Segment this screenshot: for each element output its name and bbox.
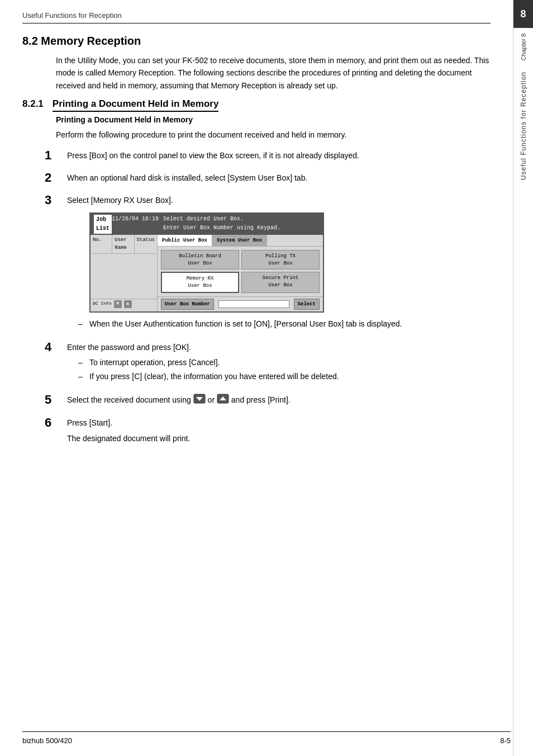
step-3-content: Select [Memory RX User Box]. JobList 11/… xyxy=(67,193,491,332)
step-1-content: Press [Box] on the control panel to view… xyxy=(67,148,491,162)
section-8-2-1-number: 8.2.1 xyxy=(22,98,44,109)
main-content: Useful Functions for Reception 8.2 Memor… xyxy=(0,0,513,475)
footer-left: bizhub 500/420 xyxy=(22,736,72,745)
up-arrow-icon xyxy=(217,394,229,407)
up-arrow-btn[interactable]: ▲ xyxy=(124,300,132,308)
step-3: 3 Select [Memory RX User Box]. JobList 1… xyxy=(45,193,491,332)
polling-tx-box[interactable]: Polling TXUser Box xyxy=(241,250,320,270)
subheading-printing: Printing a Document Held in Memory xyxy=(56,115,491,124)
down-arrow-btn[interactable]: ▼ xyxy=(114,300,122,308)
screen-message-1: Select desired User Box. xyxy=(163,215,320,224)
step-6-text: Press [Start]. xyxy=(67,417,491,429)
chapter-label: Chapter 8 xyxy=(520,34,527,60)
screen-message-area-inline: Select desired User Box. Enter User Box … xyxy=(159,215,320,234)
step-6-number: 6 xyxy=(45,415,67,430)
step-4-text: Enter the password and press [OK]. xyxy=(67,341,491,353)
bullet-text: When the User Authentication function is… xyxy=(89,318,402,330)
memory-rx-box[interactable]: Memory RXUser Box xyxy=(161,272,239,292)
step-6-content: Press [Start]. The designated document w… xyxy=(67,415,491,445)
screen-image: JobList 11/26/04 16:19 Select desired Us… xyxy=(89,212,324,313)
col-user-name: User Name xyxy=(112,235,134,253)
intro-text: Perform the following procedure to print… xyxy=(56,129,491,141)
step-5-number: 5 xyxy=(45,393,67,407)
screen-tabs: Public User Box System User Box xyxy=(158,235,323,247)
user-box-input[interactable] xyxy=(218,300,289,308)
step-6: 6 Press [Start]. The designated document… xyxy=(45,415,491,445)
step-4-number: 4 xyxy=(45,340,67,355)
step-5-content: Select the received document using or xyxy=(67,393,491,407)
steps-container: 1 Press [Box] on the control panel to vi… xyxy=(45,148,491,445)
step-4-bullet-2: – If you press [C] (clear), the informat… xyxy=(78,371,491,382)
step-4: 4 Enter the password and press [OK]. – T… xyxy=(45,340,491,385)
step-2-content: When an optional hard disk is installed,… xyxy=(67,171,491,184)
user-box-number-btn[interactable]: User Box Number xyxy=(161,299,214,310)
screen-body: No. User Name Status DC Info ▼ ▲ xyxy=(91,235,323,311)
col-no: No. xyxy=(91,235,112,253)
screen-col-headers: No. User Name Status xyxy=(91,235,157,254)
page-header: Useful Functions for Reception xyxy=(22,11,491,23)
side-tab: 8 Chapter 8 Useful Functions for Recepti… xyxy=(513,0,533,756)
step-3-bullet-1: – When the User Authentication function … xyxy=(78,318,491,330)
section-8-2-body: In the Utility Mode, you can set your FK… xyxy=(56,54,491,92)
step-3-bullets: – When the User Authentication function … xyxy=(78,318,491,330)
chapter-number-badge: 8 xyxy=(513,0,534,28)
step-1: 1 Press [Box] on the control panel to vi… xyxy=(45,148,491,163)
step-5: 5 Select the received document using or xyxy=(45,393,491,407)
tab-system-user-box[interactable]: System User Box xyxy=(212,235,267,246)
screen-bottom-bar: User Box Number Select xyxy=(158,296,323,311)
section-8-2-heading: 8.2 Memory Reception xyxy=(22,35,491,48)
screen-left-rows xyxy=(91,254,157,299)
step-6-subtext: The designated document will print. xyxy=(67,432,491,445)
footer-right: 8-5 xyxy=(500,736,511,745)
down-arrow-icon xyxy=(193,394,206,407)
screen-left-bottom: DC Info ▼ ▲ xyxy=(91,299,157,309)
screen-right-panel: Public User Box System User Box Bulletin… xyxy=(158,235,323,311)
step-1-number: 1 xyxy=(45,148,67,163)
select-button[interactable]: Select xyxy=(294,299,320,310)
screen-job-list: JobList xyxy=(94,215,112,234)
bullet-dash: – xyxy=(78,318,85,330)
screen-left-panel: No. User Name Status DC Info ▼ ▲ xyxy=(91,235,158,311)
step-4-bullet-1: – To interrupt operation, press [Cancel]… xyxy=(78,357,491,368)
section-8-2-1-heading: Printing a Document Held in Memory xyxy=(53,98,219,112)
tab-public-user-box[interactable]: Public User Box xyxy=(158,235,212,246)
section-label-side: Useful Functions for Reception xyxy=(520,72,527,180)
step-5-text-before: Select the received document using xyxy=(67,395,191,404)
bulletin-board-box[interactable]: Bulletin BoardUser Box xyxy=(161,250,239,270)
step-2: 2 When an optional hard disk is installe… xyxy=(45,171,491,185)
screen-top-bar: JobList 11/26/04 16:19 Select desired Us… xyxy=(91,214,323,235)
screen-datetime: 11/26/04 16:19 xyxy=(112,215,159,234)
step-5-text-middle: or xyxy=(208,395,215,404)
screen-boxes-grid: Bulletin BoardUser Box Polling TXUser Bo… xyxy=(158,247,323,296)
step-5-text-after: and press [Print]. xyxy=(231,395,291,404)
bullet-dash-2: – xyxy=(78,371,85,382)
step-2-number: 2 xyxy=(45,171,67,185)
step-4-bullets: – To interrupt operation, press [Cancel]… xyxy=(78,357,491,382)
step-4-content: Enter the password and press [OK]. – To … xyxy=(67,340,491,385)
step-3-text: Select [Memory RX User Box]. xyxy=(67,194,491,206)
step-4-bullet-1-text: To interrupt operation, press [Cancel]. xyxy=(89,357,220,368)
secure-print-box[interactable]: Secure PrintUser Box xyxy=(241,272,320,292)
step-4-bullet-2-text: If you press [C] (clear), the informatio… xyxy=(89,371,339,382)
page-header-title: Useful Functions for Reception xyxy=(22,11,122,20)
dc-label: DC Info xyxy=(93,300,112,308)
step-3-number: 3 xyxy=(45,193,67,207)
bullet-dash-1: – xyxy=(78,357,85,368)
page-footer: bizhub 500/420 8-5 xyxy=(22,731,511,745)
col-status: Status xyxy=(135,235,157,253)
screen-message-2: Enter User Box Number using Keypad. xyxy=(163,224,320,233)
